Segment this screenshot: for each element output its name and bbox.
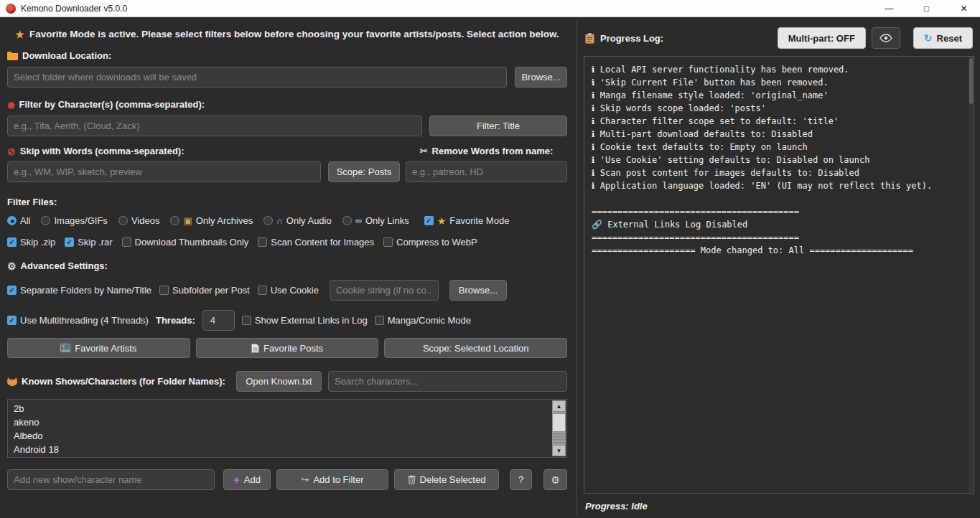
multipart-toggle-button[interactable]: Multi-part: OFF bbox=[778, 27, 866, 49]
skip-words-input[interactable] bbox=[7, 161, 321, 182]
delete-selected-label: Delete Selected bbox=[420, 474, 486, 485]
filter-files-label: Filter Files: bbox=[7, 197, 567, 207]
skip-scope-button[interactable]: Scope: Posts bbox=[328, 161, 400, 182]
folder-icon bbox=[7, 52, 18, 60]
log-scrollbar[interactable] bbox=[969, 57, 974, 493]
checkbox-show-external-links[interactable]: Show External Links in Log bbox=[242, 315, 368, 326]
skip-words-label-text: Skip with Words (comma-separated): bbox=[20, 146, 185, 156]
character-filter-input[interactable] bbox=[7, 116, 422, 136]
radio-filter-videos[interactable]: Videos bbox=[118, 215, 160, 226]
scrollbar-down-button[interactable]: ▼ bbox=[552, 445, 566, 456]
radio-filter-images[interactable]: Images/GIFs bbox=[41, 215, 107, 226]
checkbox-label: Favorite Mode bbox=[449, 215, 509, 226]
scrollbar-up-button[interactable]: ▲ bbox=[552, 400, 566, 412]
cookie-string-input[interactable] bbox=[330, 280, 439, 301]
add-to-filter-icon: ↪ bbox=[302, 475, 309, 484]
radio-label: Images/GIFs bbox=[54, 215, 107, 226]
checkbox-label: Compress to WebP bbox=[396, 237, 477, 248]
list-item[interactable]: akeno bbox=[8, 415, 566, 429]
favorite-mode-notice: ★ Favorite Mode is active. Please select… bbox=[7, 29, 567, 39]
settings-button[interactable]: ⚙ bbox=[543, 469, 567, 490]
open-known-txt-button[interactable]: Open Known.txt bbox=[236, 371, 322, 392]
checkbox-multithreading[interactable]: Use Multithreading (4 Threads) bbox=[7, 315, 149, 326]
threads-count-input[interactable] bbox=[202, 310, 235, 331]
document-icon bbox=[251, 344, 259, 353]
radio-filter-audio[interactable]: ∩ Only Audio bbox=[263, 215, 332, 226]
filter-files-label-text: Filter Files: bbox=[7, 197, 57, 207]
checkbox-compress-webp[interactable]: Compress to WebP bbox=[383, 237, 477, 248]
browse-cookie-button[interactable]: Browse... bbox=[449, 280, 507, 301]
add-to-filter-button[interactable]: ↪ Add to Filter bbox=[276, 469, 388, 490]
radio-indicator bbox=[7, 216, 17, 225]
favorite-posts-label: Favorite Posts bbox=[263, 343, 323, 354]
checkbox-indicator bbox=[65, 237, 74, 247]
notice-text: Favorite Mode is active. Please select f… bbox=[29, 29, 559, 39]
eye-toggle-button[interactable] bbox=[872, 27, 900, 49]
help-button[interactable]: ? bbox=[510, 469, 532, 490]
close-button[interactable]: ✕ bbox=[948, 0, 980, 17]
checkbox-separate-folders[interactable]: Separate Folders by Name/Title bbox=[7, 285, 151, 296]
add-character-input[interactable] bbox=[7, 469, 215, 490]
reset-button[interactable]: ↻ Reset bbox=[913, 27, 973, 49]
checkbox-manga-mode[interactable]: Manga/Comic Mode bbox=[375, 315, 471, 326]
gear-icon: ⚙ bbox=[551, 475, 560, 485]
window-titlebar[interactable]: Kemono Downloader v5.0.0 — □ ✕ bbox=[0, 0, 980, 17]
checkbox-scan-content[interactable]: Scan Content for Images bbox=[258, 237, 374, 248]
radio-filter-archives[interactable]: ▣ Only Archives bbox=[170, 215, 253, 226]
plus-icon: + bbox=[233, 474, 240, 485]
list-item[interactable]: 2b bbox=[8, 402, 566, 415]
checkbox-indicator bbox=[383, 237, 393, 247]
download-location-input[interactable] bbox=[7, 67, 507, 88]
search-characters-input[interactable] bbox=[328, 371, 567, 392]
list-item[interactable]: Albedo bbox=[8, 429, 566, 443]
checkbox-use-cookie[interactable]: Use Cookie bbox=[258, 285, 319, 296]
checkbox-label: Skip .zip bbox=[20, 237, 55, 248]
checkbox-skip-zip[interactable]: Skip .zip bbox=[7, 237, 55, 248]
character-filter-label-text: Filter by Character(s) (comma-separated)… bbox=[19, 99, 205, 110]
scissors-icon: ✂ bbox=[420, 146, 428, 156]
known-characters-list[interactable]: 2b akeno Albedo Android 18 Android 21 ▲ … bbox=[7, 399, 567, 458]
progress-status: Progress: Idle bbox=[585, 501, 973, 512]
checkbox-favorite-mode[interactable]: ★ Favorite Mode bbox=[424, 215, 510, 226]
checkbox-skip-rar[interactable]: Skip .rar bbox=[65, 237, 112, 248]
radio-filter-links[interactable]: ∞ Only Links bbox=[342, 215, 409, 226]
known-characters-label-text: Known Shows/Characters (for Folder Names… bbox=[22, 376, 225, 387]
checkbox-indicator bbox=[242, 316, 251, 325]
checkbox-label: Scan Content for Images bbox=[271, 237, 374, 248]
scrollbar-thumb[interactable] bbox=[552, 413, 566, 432]
remove-words-input[interactable] bbox=[406, 161, 567, 182]
star-icon: ★ bbox=[15, 29, 24, 39]
character-filter-icon: ◉ bbox=[7, 100, 14, 109]
trash-icon bbox=[408, 475, 416, 484]
radio-label: All bbox=[20, 215, 30, 226]
radio-filter-all[interactable]: All bbox=[7, 215, 30, 226]
download-location-label-text: Download Location: bbox=[22, 50, 111, 61]
add-character-button[interactable]: + Add bbox=[223, 469, 271, 490]
radio-label: Videos bbox=[131, 215, 160, 226]
filter-scope-button[interactable]: Filter: Title bbox=[429, 116, 567, 136]
radio-indicator bbox=[342, 216, 352, 225]
list-item[interactable]: Android 21 bbox=[8, 456, 566, 458]
radio-indicator bbox=[41, 216, 50, 225]
minimize-button[interactable]: — bbox=[873, 0, 905, 17]
list-scrollbar[interactable]: ▲ ▼ bbox=[552, 400, 566, 456]
progress-log-area[interactable]: ℹ Local API server functionality has bee… bbox=[584, 56, 974, 494]
checkbox-thumbnails-only[interactable]: Download Thumbnails Only bbox=[122, 237, 249, 248]
checkbox-indicator bbox=[258, 237, 267, 247]
checkbox-subfolder-per-post[interactable]: Subfolder per Post bbox=[159, 285, 250, 296]
checkbox-label: Download Thumbnails Only bbox=[135, 237, 249, 248]
browse-download-button[interactable]: Browse... bbox=[515, 67, 567, 88]
scope-selected-location-button[interactable]: Scope: Selected Location bbox=[384, 338, 567, 358]
radio-label: Only Audio bbox=[286, 215, 332, 226]
known-characters-label: Known Shows/Characters (for Folder Names… bbox=[7, 376, 225, 387]
list-item[interactable]: Android 18 bbox=[8, 443, 566, 456]
advanced-settings-label: ⚙ Advanced Settings: bbox=[7, 260, 567, 271]
radio-label: Only Archives bbox=[196, 215, 253, 226]
scrollbar-track[interactable] bbox=[552, 412, 566, 445]
favorite-posts-button[interactable]: Favorite Posts bbox=[196, 338, 379, 358]
favorite-artists-button[interactable]: Favorite Artists bbox=[7, 338, 190, 358]
maximize-button[interactable]: □ bbox=[910, 0, 943, 17]
delete-selected-button[interactable]: Delete Selected bbox=[394, 469, 499, 490]
skip-words-label: ⊘ Skip with Words (comma-separated): bbox=[7, 146, 184, 156]
panel-splitter[interactable] bbox=[574, 17, 579, 517]
